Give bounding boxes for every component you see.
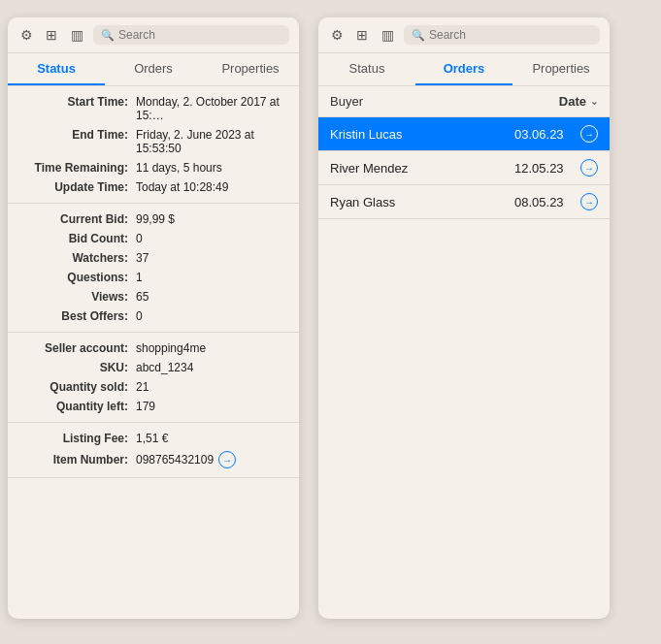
current-bid-label: Current Bid: <box>19 212 136 226</box>
bid-count-row: Bid Count: 0 <box>8 229 299 248</box>
right-toolbar: ⚙ ⊞ ▥ 🔍 <box>318 17 610 53</box>
views-label: Views: <box>19 290 136 304</box>
times-section: Start Time: Monday, 2. October 2017 at 1… <box>8 86 299 204</box>
item-number-row: Item Number: 098765432109 → <box>8 448 299 471</box>
orders-list: Kristin Lucas 03.06.23 → River Mendez 12… <box>318 117 610 219</box>
grid-icon[interactable]: ⊞ <box>43 26 60 44</box>
sidebar-icon[interactable]: ▥ <box>68 26 85 44</box>
item-number-label: Item Number: <box>19 453 136 467</box>
orders-buyer-header: Buyer <box>330 94 559 109</box>
order-buyer-2: Ryan Glass <box>330 195 514 209</box>
right-tabs: Status Orders Properties <box>318 53 610 86</box>
search-icon: 🔍 <box>101 29 115 42</box>
update-time-row: Update Time: Today at 10:28:49 <box>8 177 299 197</box>
current-bid-value: 99,99 $ <box>136 212 287 226</box>
order-date-0: 03.06.23 <box>514 127 573 142</box>
qty-sold-label: Quantity sold: <box>19 380 136 394</box>
watchers-row: Watchers: 37 <box>8 248 299 268</box>
order-arrow-0[interactable]: → <box>580 125 598 143</box>
update-time-label: Update Time: <box>19 180 136 194</box>
item-number-value: 098765432109 → <box>136 451 287 468</box>
qty-left-value: 179 <box>136 400 287 413</box>
end-time-label: End Time: <box>19 128 136 142</box>
order-buyer-1: River Mendez <box>330 161 514 176</box>
sku-value: abcd_1234 <box>136 361 287 374</box>
qty-sold-value: 21 <box>136 380 287 394</box>
order-date-1: 12.05.23 <box>514 161 573 176</box>
qty-left-row: Quantity left: 179 <box>8 397 299 416</box>
bid-count-label: Bid Count: <box>19 232 136 245</box>
tab-status-left[interactable]: Status <box>8 53 105 85</box>
right-search-box[interactable]: 🔍 <box>404 25 600 45</box>
time-remaining-label: Time Remaining: <box>19 161 136 175</box>
best-offers-label: Best Offers: <box>19 309 136 323</box>
end-time-value: Friday, 2. June 2023 at 15:53:50 <box>136 128 287 155</box>
time-remaining-value: 11 days, 5 hours <box>136 161 287 175</box>
order-row-1[interactable]: River Mendez 12.05.23 → <box>318 151 610 185</box>
tab-orders-right[interactable]: Orders <box>415 53 512 85</box>
order-date-2: 08.05.23 <box>514 195 573 209</box>
left-tabs: Status Orders Properties <box>8 53 299 86</box>
tab-properties-left[interactable]: Properties <box>202 53 299 85</box>
left-toolbar: ⚙ ⊞ ▥ 🔍 <box>8 17 299 53</box>
start-time-row: Start Time: Monday, 2. October 2017 at 1… <box>8 92 299 125</box>
right-panel: ⚙ ⊞ ▥ 🔍 Status Orders Properties Buyer D… <box>318 17 610 619</box>
seller-account-value: shopping4me <box>136 341 287 355</box>
right-grid-icon[interactable]: ⊞ <box>353 26 371 44</box>
watchers-value: 37 <box>136 251 287 265</box>
left-search-input[interactable] <box>118 28 281 42</box>
item-number-text: 098765432109 <box>136 453 214 467</box>
end-time-row: End Time: Friday, 2. June 2023 at 15:53:… <box>8 125 299 158</box>
update-time-value: Today at 10:28:49 <box>136 180 287 194</box>
views-row: Views: 65 <box>8 287 299 306</box>
order-row-2[interactable]: Ryan Glass 08.05.23 → <box>318 185 610 219</box>
questions-row: Questions: 1 <box>8 268 299 287</box>
orders-date-label: Date <box>559 94 586 109</box>
order-arrow-2[interactable]: → <box>580 193 598 210</box>
orders-date-header[interactable]: Date ⌄ <box>559 94 598 109</box>
order-arrow-1[interactable]: → <box>580 159 598 177</box>
status-content: Start Time: Monday, 2. October 2017 at 1… <box>8 86 299 478</box>
gear-icon[interactable]: ⚙ <box>17 26 35 44</box>
listing-fee-value: 1,51 € <box>136 432 287 445</box>
time-remaining-row: Time Remaining: 11 days, 5 hours <box>8 158 299 177</box>
right-sidebar-icon[interactable]: ▥ <box>379 26 396 44</box>
watchers-label: Watchers: <box>19 251 136 265</box>
order-buyer-0: Kristin Lucas <box>330 127 514 142</box>
questions-label: Questions: <box>19 271 136 284</box>
seller-account-row: Seller account: shopping4me <box>8 338 299 358</box>
qty-sold-row: Quantity sold: 21 <box>8 377 299 397</box>
seller-account-label: Seller account: <box>19 341 136 355</box>
bid-count-value: 0 <box>136 232 287 245</box>
order-row-0[interactable]: Kristin Lucas 03.06.23 → <box>318 117 610 151</box>
sku-label: SKU: <box>19 361 136 374</box>
fees-section: Listing Fee: 1,51 € Item Number: 0987654… <box>8 423 299 478</box>
current-bid-row: Current Bid: 99,99 $ <box>8 209 299 229</box>
seller-section: Seller account: shopping4me SKU: abcd_12… <box>8 333 299 423</box>
right-gear-icon[interactable]: ⚙ <box>328 26 346 44</box>
sku-row: SKU: abcd_1234 <box>8 358 299 377</box>
listing-fee-label: Listing Fee: <box>19 432 136 445</box>
listing-fee-row: Listing Fee: 1,51 € <box>8 429 299 448</box>
best-offers-row: Best Offers: 0 <box>8 306 299 326</box>
qty-left-label: Quantity left: <box>19 400 136 413</box>
chevron-down-icon: ⌄ <box>590 96 598 107</box>
left-search-box[interactable]: 🔍 <box>93 25 289 45</box>
views-value: 65 <box>136 290 287 304</box>
best-offers-value: 0 <box>136 309 287 323</box>
item-number-link-button[interactable]: → <box>218 451 236 468</box>
start-time-label: Start Time: <box>19 95 136 109</box>
right-search-input[interactable] <box>429 28 592 42</box>
tab-properties-right[interactable]: Properties <box>512 53 610 85</box>
bid-section: Current Bid: 99,99 $ Bid Count: 0 Watche… <box>8 204 299 333</box>
tab-orders-left[interactable]: Orders <box>105 53 202 85</box>
start-time-value: Monday, 2. October 2017 at 15:… <box>136 95 287 122</box>
left-panel: ⚙ ⊞ ▥ 🔍 Status Orders Properties Start T… <box>8 17 299 619</box>
orders-header: Buyer Date ⌄ <box>318 86 610 117</box>
tab-status-right[interactable]: Status <box>318 53 415 85</box>
questions-value: 1 <box>136 271 287 284</box>
right-search-icon: 🔍 <box>412 29 425 42</box>
